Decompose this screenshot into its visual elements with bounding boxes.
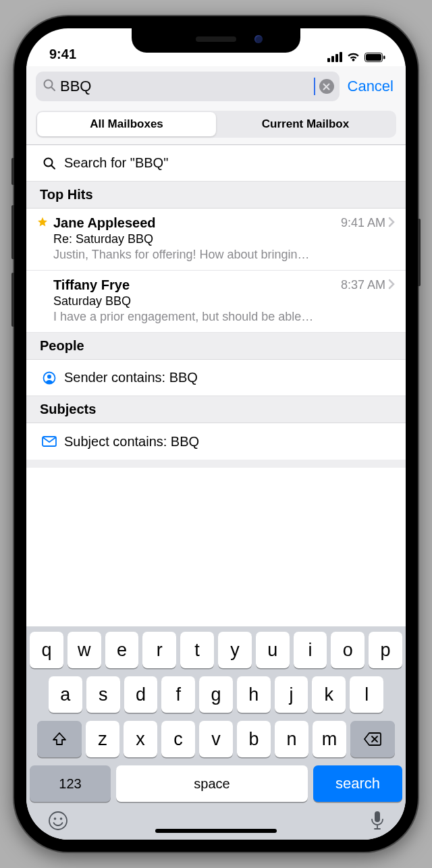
cancel-button[interactable]: Cancel <box>346 78 396 95</box>
mail-subject: Saturday BBQ <box>40 294 395 308</box>
results-list[interactable]: Search for "BBQ" Top Hits Jane Appleseed… <box>26 145 406 468</box>
key-q[interactable]: q <box>30 632 63 668</box>
svg-rect-13 <box>375 811 380 822</box>
key-v[interactable]: v <box>199 721 233 757</box>
key-o[interactable]: o <box>331 632 364 668</box>
key-a[interactable]: a <box>49 676 82 713</box>
suggestion-label: Subject contains: BBQ <box>64 434 199 450</box>
keyboard[interactable]: q w e r t y u i o p a s d f g h j k l <box>26 626 406 840</box>
key-x[interactable]: x <box>124 721 157 757</box>
key-e[interactable]: e <box>105 632 139 668</box>
svg-rect-1 <box>366 54 381 61</box>
shift-key[interactable] <box>37 721 82 757</box>
key-f[interactable]: f <box>161 676 195 713</box>
search-icon <box>40 157 59 170</box>
search-header: Cancel All Mailboxes Current Mailbox <box>26 66 406 144</box>
search-action-key[interactable]: search <box>313 765 402 802</box>
key-k[interactable]: k <box>312 676 346 713</box>
mail-preview: Justin, Thanks for offering! How about b… <box>40 248 395 262</box>
key-g[interactable]: g <box>199 676 233 713</box>
cellular-icon <box>327 52 342 62</box>
backspace-key[interactable] <box>350 721 395 757</box>
svg-point-11 <box>54 817 57 820</box>
svg-line-4 <box>51 87 55 90</box>
svg-point-8 <box>47 375 51 379</box>
key-h[interactable]: h <box>237 676 271 713</box>
segment-all-mailboxes[interactable]: All Mailboxes <box>37 112 216 136</box>
numeric-key[interactable]: 123 <box>30 765 111 802</box>
svg-point-12 <box>60 817 63 820</box>
key-m[interactable]: m <box>313 721 346 757</box>
key-u[interactable]: u <box>256 632 290 668</box>
mail-subject: Re: Saturday BBQ <box>40 232 395 246</box>
key-d[interactable]: d <box>124 676 158 713</box>
search-icon <box>43 78 56 94</box>
key-row-3: z x c v b n m <box>30 721 402 757</box>
key-i[interactable]: i <box>294 632 327 668</box>
mail-time: 9:41 AM <box>341 216 385 230</box>
home-indicator[interactable] <box>155 829 277 833</box>
suggestion-sender-contains[interactable]: Sender contains: BBQ <box>26 360 406 396</box>
person-icon <box>40 371 59 385</box>
mail-item[interactable]: Tiffany Frye 8:37 AM Saturday BBQ I have… <box>26 271 406 333</box>
suggestion-subject-contains[interactable]: Subject contains: BBQ <box>26 423 406 460</box>
text-caret <box>314 78 315 95</box>
section-subjects: Subjects <box>26 396 406 423</box>
space-key[interactable]: space <box>116 765 308 802</box>
mail-from: Jane Appleseed <box>52 215 341 231</box>
key-w[interactable]: w <box>68 632 101 668</box>
mail-time: 8:37 AM <box>341 278 385 292</box>
segment-current-mailbox[interactable]: Current Mailbox <box>216 112 395 136</box>
mail-from: Tiffany Frye <box>52 277 341 293</box>
mail-preview: I have a prior engagement, but should be… <box>40 310 395 324</box>
dictation-key[interactable] <box>370 810 385 832</box>
search-field[interactable] <box>36 72 340 101</box>
key-t[interactable]: t <box>180 632 214 668</box>
mailbox-scope-segmented[interactable]: All Mailboxes Current Mailbox <box>36 111 396 138</box>
key-l[interactable]: l <box>350 676 383 713</box>
chevron-right-icon <box>388 217 395 230</box>
key-row-2: a s d f g h j k l <box>30 676 402 713</box>
svg-point-10 <box>49 812 67 830</box>
key-s[interactable]: s <box>86 676 120 713</box>
key-n[interactable]: n <box>275 721 308 757</box>
search-for-row[interactable]: Search for "BBQ" <box>26 145 406 182</box>
section-people: People <box>26 333 406 360</box>
mail-item[interactable]: Jane Appleseed 9:41 AM Re: Saturday BBQ … <box>26 209 406 271</box>
emoji-key[interactable] <box>47 810 69 832</box>
status-time: 9:41 <box>49 47 76 62</box>
svg-rect-2 <box>383 55 385 59</box>
search-input[interactable] <box>60 78 313 95</box>
key-row-1: q w e r t y u i o p <box>30 632 402 668</box>
key-r[interactable]: r <box>142 632 176 668</box>
svg-line-6 <box>51 165 55 169</box>
clear-search-icon[interactable] <box>319 79 334 94</box>
key-p[interactable]: p <box>369 632 402 668</box>
key-y[interactable]: y <box>218 632 252 668</box>
key-row-4: 123 space search <box>30 765 402 802</box>
key-z[interactable]: z <box>86 721 119 757</box>
search-for-label: Search for "BBQ" <box>64 155 168 171</box>
section-top-hits: Top Hits <box>26 182 406 209</box>
envelope-icon <box>40 436 59 447</box>
key-b[interactable]: b <box>237 721 271 757</box>
chevron-right-icon <box>388 279 395 292</box>
key-c[interactable]: c <box>161 721 195 757</box>
star-icon <box>37 217 52 230</box>
battery-icon <box>364 53 385 62</box>
key-j[interactable]: j <box>275 676 308 713</box>
suggestion-label: Sender contains: BBQ <box>64 370 198 385</box>
wifi-icon <box>346 52 360 62</box>
